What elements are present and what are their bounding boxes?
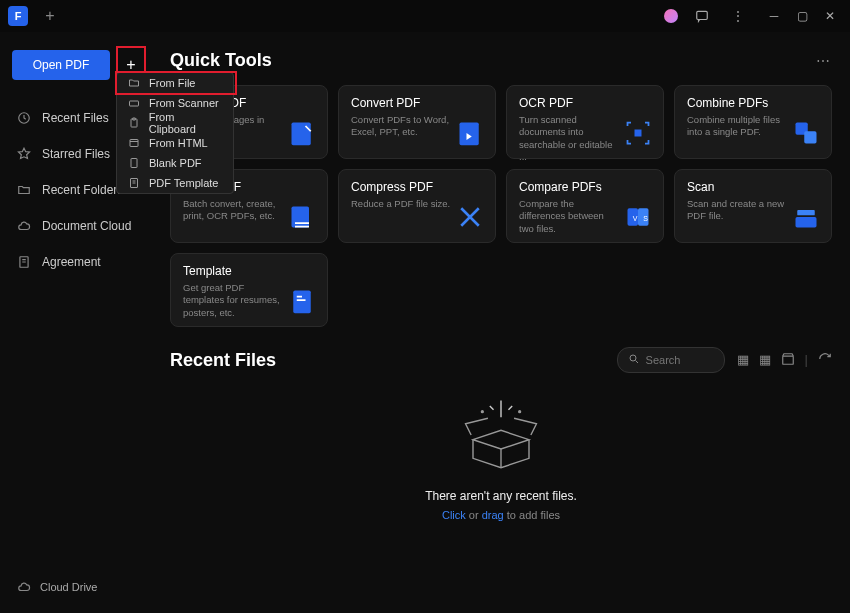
avatar[interactable] xyxy=(664,9,678,23)
dropdown-item-label: From Scanner xyxy=(149,97,219,109)
star-icon xyxy=(16,146,32,162)
sidebar-item-label: Starred Files xyxy=(42,147,110,161)
card-title: Combine PDFs xyxy=(687,96,819,110)
card-title: OCR PDF xyxy=(519,96,651,110)
view-divider: | xyxy=(805,352,808,369)
app-logo-glyph: F xyxy=(15,10,22,22)
card-title: Convert PDF xyxy=(351,96,483,110)
compare-pdfs-icon: VS xyxy=(623,202,653,232)
quick-tools-title: Quick Tools xyxy=(170,50,272,71)
empty-click-link[interactable]: Click xyxy=(442,509,466,521)
open-pdf-button[interactable]: Open PDF xyxy=(12,50,110,80)
svg-rect-16 xyxy=(797,210,815,215)
doc-icon xyxy=(16,254,32,270)
dropdown-item-label: Blank PDF xyxy=(149,157,202,169)
svg-rect-27 xyxy=(130,140,138,147)
empty-hint-or: or xyxy=(466,509,482,521)
card-title: Compress PDF xyxy=(351,180,483,194)
card-desc: Scan and create a new PDF file. xyxy=(687,198,787,223)
clock-icon xyxy=(16,110,32,126)
card-compare-pdfs[interactable]: Compare PDFs Compare the differences bet… xyxy=(506,169,664,243)
svg-rect-7 xyxy=(804,131,816,143)
dropdown-item-from-scanner[interactable]: From Scanner xyxy=(117,93,233,113)
recent-files-header: Recent Files ▦ ▦ | xyxy=(170,347,832,373)
dropdown-item-pdf-template[interactable]: PDF Template xyxy=(117,173,233,193)
convert-pdf-icon xyxy=(455,118,485,148)
sidebar-item-agreement[interactable]: Agreement xyxy=(12,248,146,276)
card-desc: Compare the differences between two file… xyxy=(519,198,619,235)
card-scan[interactable]: Scan Scan and create a new PDF file. xyxy=(674,169,832,243)
sidebar-item-document-cloud[interactable]: Document Cloud xyxy=(12,212,146,240)
blank-icon xyxy=(127,156,141,170)
quick-tools-more-button[interactable]: ⋯ xyxy=(816,53,832,69)
html-icon xyxy=(127,136,141,150)
card-compress-pdf[interactable]: Compress PDF Reduce a PDF file size. xyxy=(338,169,496,243)
svg-rect-28 xyxy=(131,159,137,168)
svg-rect-4 xyxy=(460,123,479,146)
svg-rect-0 xyxy=(697,11,708,19)
card-ocr-pdf[interactable]: OCR PDF Turn scanned documents into sear… xyxy=(506,85,664,159)
card-title: Scan xyxy=(687,180,819,194)
scan-icon xyxy=(791,202,821,232)
menu-dots-icon[interactable]: ⋮ xyxy=(726,4,750,28)
view-large-grid-button[interactable]: ▦ xyxy=(737,352,749,369)
combine-pdfs-icon xyxy=(791,118,821,148)
card-combine-pdfs[interactable]: Combine PDFs Combine multiple files into… xyxy=(674,85,832,159)
dropdown-item-label: From Clipboard xyxy=(149,111,223,135)
sidebar-item-label: Document Cloud xyxy=(42,219,131,233)
content: Quick Tools ⋯ Create PDF Combine images … xyxy=(158,32,850,613)
svg-rect-9 xyxy=(295,222,309,224)
recent-files-controls: ▦ ▦ | xyxy=(617,347,832,373)
card-desc: Get great PDF templates for resumes, pos… xyxy=(183,282,283,319)
compress-pdf-icon xyxy=(455,202,485,232)
card-convert-pdf[interactable]: Convert PDF Convert PDFs to Word, Excel,… xyxy=(338,85,496,159)
search-box[interactable] xyxy=(617,347,725,373)
cloud-drive-label: Cloud Drive xyxy=(40,581,97,593)
view-archive-button[interactable] xyxy=(781,352,795,369)
maximize-button[interactable]: ▢ xyxy=(790,4,814,28)
view-small-grid-button[interactable]: ▦ xyxy=(759,352,771,369)
file-icon xyxy=(127,76,141,90)
dropdown-item-from-file[interactable]: From File xyxy=(117,73,233,93)
create-dropdown: From File From Scanner From Clipboard Fr… xyxy=(116,72,234,194)
sidebar-item-label: Recent Folders xyxy=(42,183,123,197)
close-button[interactable]: ✕ xyxy=(818,4,842,28)
card-desc: Turn scanned documents into searchable o… xyxy=(519,114,619,163)
card-desc: Reduce a PDF file size. xyxy=(351,198,451,210)
card-template[interactable]: Template Get great PDF templates for res… xyxy=(170,253,328,327)
cloud-drive-icon xyxy=(16,579,32,595)
svg-rect-15 xyxy=(796,217,817,228)
clipboard-icon xyxy=(127,116,141,130)
search-input[interactable] xyxy=(646,354,716,366)
card-title: Compare PDFs xyxy=(519,180,651,194)
view-refresh-button[interactable] xyxy=(818,352,832,369)
empty-box-icon xyxy=(454,393,548,481)
folder-icon xyxy=(16,182,32,198)
svg-point-23 xyxy=(519,411,521,413)
window-controls: ─ ▢ ✕ xyxy=(762,4,842,28)
dropdown-item-label: From File xyxy=(149,77,195,89)
dropdown-item-from-clipboard[interactable]: From Clipboard xyxy=(117,113,233,133)
minimize-button[interactable]: ─ xyxy=(762,4,786,28)
batch-pdf-icon xyxy=(287,202,317,232)
empty-state-text: There aren't any recent files. xyxy=(425,489,577,503)
template-small-icon xyxy=(127,176,141,190)
empty-drag-link[interactable]: drag xyxy=(482,509,504,521)
empty-state-hint: Click or drag to add files xyxy=(442,509,560,521)
dropdown-item-blank-pdf[interactable]: Blank PDF xyxy=(117,153,233,173)
card-desc: Combine multiple files into a single PDF… xyxy=(687,114,787,139)
new-tab-button[interactable]: + xyxy=(40,6,60,26)
cloud-drive-button[interactable]: Cloud Drive xyxy=(12,573,146,601)
titlebar-left: F + xyxy=(8,6,60,26)
dropdown-item-from-html[interactable]: From HTML xyxy=(117,133,233,153)
dropdown-item-label: PDF Template xyxy=(149,177,219,189)
recent-files-title: Recent Files xyxy=(170,350,276,371)
svg-rect-21 xyxy=(782,356,793,364)
svg-point-22 xyxy=(481,411,483,413)
app-logo[interactable]: F xyxy=(8,6,28,26)
chat-icon[interactable] xyxy=(690,4,714,28)
svg-rect-10 xyxy=(295,226,309,228)
ocr-pdf-icon xyxy=(623,118,653,148)
svg-text:S: S xyxy=(643,215,648,222)
svg-rect-18 xyxy=(297,296,302,298)
